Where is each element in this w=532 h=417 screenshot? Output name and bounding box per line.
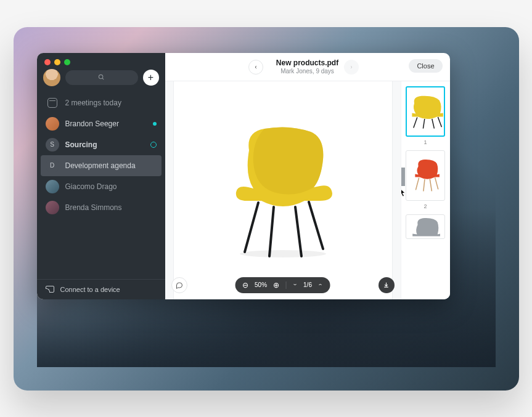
page-up-button[interactable]	[318, 281, 323, 288]
chevron-down-icon	[292, 282, 297, 287]
sidebar-item-label: Giacomo Drago	[65, 182, 157, 191]
minimize-window-icon[interactable]	[54, 59, 60, 65]
avatar-icon	[46, 201, 59, 214]
svg-line-11	[432, 119, 435, 129]
calendar-icon	[47, 98, 57, 108]
sidebar-item-giacomo[interactable]: Giacomo Drago	[37, 176, 165, 197]
sidebar-item-brandon[interactable]: Brandon Seeger	[37, 113, 165, 134]
svg-line-10	[423, 119, 424, 129]
document-header: New products.pdf Mark Jones, 9 days Clos…	[165, 53, 450, 81]
avatar-icon	[46, 180, 59, 193]
document-subtitle: Mark Jones, 9 days	[276, 68, 338, 75]
thumbnail-2[interactable]	[406, 150, 445, 201]
sidebar-item-label: Sourcing	[65, 140, 144, 149]
thumbnail-label: 1	[424, 139, 427, 145]
sidebar-item-sourcing[interactable]: S Sourcing	[37, 134, 165, 155]
main-pane: New products.pdf Mark Jones, 9 days Clos…	[165, 53, 450, 299]
sidebar-item-label: Development agenda	[65, 161, 157, 170]
svg-line-14	[424, 179, 425, 191]
app-window: + 2 meetings today Brandon Seeger S Sour…	[37, 53, 450, 299]
page-indicator: 1/6	[303, 281, 312, 288]
cast-icon	[46, 286, 54, 293]
avatar-icon	[46, 117, 59, 131]
zoom-out-button[interactable]: ⊖	[242, 281, 248, 289]
svg-line-1	[102, 78, 104, 79]
window-controls	[37, 53, 165, 69]
zoom-level: 50%	[255, 281, 267, 288]
svg-line-5	[309, 202, 323, 249]
collapse-thumbnails-button[interactable]	[401, 168, 405, 186]
prev-page-edge	[165, 81, 174, 299]
chair-thumb-icon	[409, 214, 441, 239]
svg-line-4	[295, 207, 301, 256]
download-icon	[383, 281, 390, 288]
download-button[interactable]	[379, 277, 395, 293]
chevron-right-icon	[401, 174, 402, 179]
thumbnail-1[interactable]	[406, 86, 445, 137]
channel-initial-icon: D	[46, 159, 59, 172]
sidebar-item-label: Brandon Seeger	[65, 119, 147, 128]
svg-point-0	[99, 75, 102, 78]
svg-line-13	[415, 177, 419, 190]
document-title: New products.pdf	[276, 59, 338, 67]
thumbnail-rail: 1 2	[401, 81, 450, 299]
svg-line-12	[438, 117, 441, 127]
svg-point-6	[240, 250, 326, 257]
comment-button[interactable]	[171, 277, 187, 293]
svg-line-9	[414, 117, 417, 128]
chevron-right-icon	[349, 65, 354, 70]
connect-device-button[interactable]: Connect to a device	[37, 279, 165, 299]
chevron-left-icon	[253, 65, 258, 70]
tablet-frame: + 2 meetings today Brandon Seeger S Sour…	[14, 27, 519, 391]
sidebar-item-label: Brenda Simmons	[65, 203, 157, 212]
svg-line-2	[245, 203, 258, 252]
add-button[interactable]: +	[143, 70, 159, 86]
channel-initial-icon: S	[46, 138, 59, 152]
close-window-icon[interactable]	[44, 59, 51, 65]
maximize-window-icon[interactable]	[64, 59, 70, 65]
sidebar-item-brenda[interactable]: Brenda Simmons	[37, 197, 165, 218]
search-input[interactable]	[65, 70, 138, 85]
plus-icon: +	[148, 72, 153, 83]
svg-line-3	[269, 207, 274, 256]
meetings-label: 2 meetings today	[65, 99, 157, 107]
next-file-button[interactable]	[344, 60, 359, 75]
mention-ring-icon	[150, 142, 157, 148]
sidebar-meetings[interactable]: 2 meetings today	[37, 92, 165, 113]
prev-file-button[interactable]	[248, 60, 263, 75]
chevron-up-icon	[318, 282, 323, 287]
document-preview[interactable]: ⊖ 50% ⊕ 1/6	[165, 81, 401, 299]
thumbnail-label: 2	[424, 203, 427, 209]
viewer-controls: ⊖ 50% ⊕ 1/6	[235, 277, 330, 293]
page-down-button[interactable]	[292, 281, 297, 288]
unread-dot-icon	[153, 122, 157, 126]
chair-thumb-icon	[409, 156, 441, 195]
chair-image	[221, 119, 345, 261]
connect-label: Connect to a device	[60, 286, 120, 293]
zoom-in-button[interactable]: ⊕	[273, 281, 279, 289]
comment-icon	[176, 281, 183, 289]
chair-thumb-icon	[407, 86, 444, 137]
thumbnail-3[interactable]	[406, 214, 445, 239]
sidebar-item-development-agenda[interactable]: D Development agenda	[41, 155, 162, 176]
cursor-icon	[401, 187, 406, 197]
avatar[interactable]	[43, 69, 60, 86]
sidebar: + 2 meetings today Brandon Seeger S Sour…	[37, 53, 165, 299]
next-page-edge	[392, 81, 401, 299]
svg-line-15	[430, 179, 432, 191]
search-icon	[98, 74, 105, 81]
close-button[interactable]: Close	[409, 59, 442, 73]
svg-line-16	[435, 177, 438, 189]
